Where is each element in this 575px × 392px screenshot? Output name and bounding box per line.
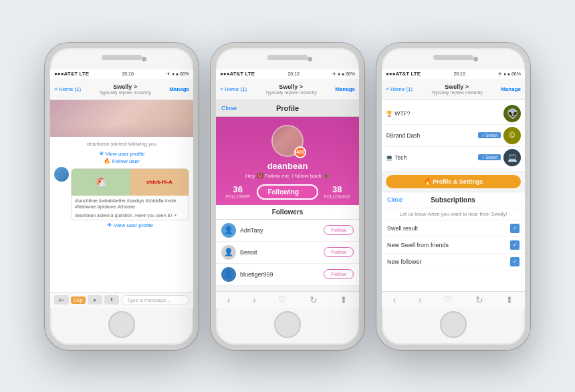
follow-count-badge: 410 (294, 146, 306, 158)
camera-dot-3 (473, 57, 478, 61)
chat-messages: deanbean started following you 👁 View us… (50, 137, 193, 292)
profile-hero: 410 deanbean Hey 👹 Follow me, I follow b… (216, 117, 359, 205)
emoji-btn[interactable]: A+ (54, 295, 69, 305)
following-count: 38 (332, 184, 342, 194)
follower-name-0: AdriTasy (240, 227, 320, 234)
profile-modal-title: Profile (276, 104, 299, 112)
profile-close-btn[interactable]: Close (221, 105, 237, 112)
nav-back-2[interactable]: < Home (1) (220, 86, 247, 92)
skip-btn[interactable]: Skip (71, 297, 86, 304)
swelly-item-right-2: Select 💻 (478, 149, 521, 166)
nav-bar-2: < Home (1) Swelly > Typically replies in… (216, 79, 359, 100)
forward-icon-3[interactable]: › (419, 295, 422, 305)
status-bar-1: ●●●AT&T LTE 20:10 ✈ ♦ ● 66% (50, 69, 193, 79)
nav-subtitle-2: Typically replies instantly (265, 90, 317, 95)
action-links: 👁 View user profile 🔥 Follow user (54, 151, 189, 164)
follower-row-1: 👤 Benoit Follow (216, 242, 359, 264)
heart-icon[interactable]: ♡ (278, 295, 287, 305)
swelly-item-0[interactable]: 🏆 WTF? 👽 (386, 103, 521, 125)
heart-btn[interactable]: ♥ (88, 295, 102, 305)
status-bar-2: ●●●AT&T LTE 20:10 ✈ ♦ ● 66% (216, 69, 359, 79)
subscription-check-0[interactable]: ✓ (510, 224, 520, 233)
swelly-section: 🏆 WTF? 👽 ©Brand Dash Select © (382, 100, 525, 172)
followers-header: Followers (216, 205, 359, 220)
nav-manage-2[interactable]: Manage (335, 86, 355, 92)
nav-manage-1[interactable]: Manage (169, 86, 189, 92)
bottom-toolbar-3: ‹ › ♡ ↻ ⬆ (382, 291, 525, 308)
status-icons-1: ✈ ♦ ● 66% (166, 71, 189, 77)
following-stat: 38 FOLLOWING (321, 184, 354, 199)
swelly-item-right-1: Select © (478, 127, 521, 144)
back-icon-3[interactable]: ‹ (393, 295, 396, 305)
follow-btn-1[interactable]: Follow (324, 247, 354, 257)
follower-name-1: Benoit (240, 249, 320, 256)
view-profile-link-1[interactable]: 👁 View user profile (99, 151, 145, 157)
swelly-item-2[interactable]: 💻 Tech Select 💻 (386, 147, 521, 168)
follower-label: FOLLOWER (225, 194, 249, 199)
ad-image: 🐔 chick-fil-A (72, 169, 189, 196)
follow-user-link[interactable]: 🔥 Follow user (104, 158, 139, 164)
subscription-item-2: New follower ✓ (382, 254, 525, 270)
nav-subtitle-3: Typically replies instantly (431, 90, 483, 95)
ad-hashtags: #lunchtime #whatsbetter #zaxbys #chickfl… (72, 196, 189, 213)
nav-back-1[interactable]: < Home (1) (54, 86, 81, 92)
swelly-emoji-0: 👽 (503, 105, 521, 122)
chickfila-logo: chick-fil-A (130, 169, 189, 196)
nav-back-3[interactable]: < Home (1) (386, 86, 413, 92)
swelly-emoji-2: 💻 (503, 149, 521, 166)
refresh-icon-3[interactable]: ↻ (475, 295, 483, 305)
subscriptions-subtitle: Let us know when you want to hear from S… (382, 208, 525, 220)
settings-main: 🏆 WTF? 👽 ©Brand Dash Select © (382, 100, 525, 308)
status-time-2: 20:10 (288, 71, 300, 76)
select-badge-1[interactable]: Select (478, 132, 501, 138)
status-carrier-1: ●●●AT&T LTE (54, 71, 89, 77)
chat-input[interactable]: Type a message... (122, 295, 189, 305)
profile-settings-btn[interactable]: 🔥 Profile & Settings (386, 175, 521, 188)
heart-icon-3[interactable]: ♡ (444, 295, 453, 305)
swelly-item-right-0: 👽 (503, 105, 521, 122)
follower-name-2: bluetiger959 (240, 271, 320, 278)
chat-screen: deanbean started following you 👁 View us… (50, 100, 193, 308)
phone-3: ●●●AT&T LTE 20:10 ✈ ♦ ● 66% < Home (1) S… (376, 43, 530, 350)
share-icon[interactable]: ⬆ (340, 295, 348, 305)
status-time-1: 20:10 (122, 71, 134, 76)
subscriptions-close-btn[interactable]: Close (387, 196, 402, 203)
phone-3-screen: ●●●AT&T LTE 20:10 ✈ ♦ ● 66% < Home (1) S… (382, 69, 525, 308)
nav-title-2: Swelly > (279, 83, 303, 90)
share-btn[interactable]: ⬆ (104, 295, 119, 305)
status-carrier-3: ●●●AT&T LTE (386, 71, 421, 77)
nav-center-3: Swelly > Typically replies instantly (431, 83, 483, 95)
camera-dot-2 (308, 57, 312, 61)
eye-icon: 👁 (99, 151, 104, 157)
forward-icon[interactable]: › (253, 295, 256, 305)
profile-bio: Hey 👹 Follow me, I follow back 🦋 (245, 173, 330, 179)
follow-btn-2[interactable]: Follow (324, 269, 354, 279)
chat-input-bar: A+ Skip ♥ ⬆ Type a message... (50, 292, 193, 308)
share-icon-3[interactable]: ⬆ (505, 295, 513, 305)
subscriptions-panel: Close Subscriptions Let us know when you… (382, 192, 525, 291)
nav-bar-3: < Home (1) Swelly > Typically replies in… (382, 79, 525, 100)
follower-row-0: 👤 AdriTasy Follow (216, 220, 359, 242)
profile-stats: 36 FOLLOWER Following 38 FOLLOWING (221, 184, 354, 200)
refresh-icon[interactable]: ↻ (310, 295, 318, 305)
subscription-check-1[interactable]: ✓ (510, 240, 520, 250)
select-badge-2[interactable]: Select (478, 154, 501, 160)
follow-btn-0[interactable]: Follow (324, 225, 354, 235)
status-time-3: 20:10 (453, 71, 465, 76)
phones-container: ●●●AT&T LTE 20:10 ✈ ♦ ● 66% < Home (1) S… (45, 43, 530, 350)
swelly-item-1[interactable]: ©Brand Dash Select © (386, 125, 521, 147)
view-profile-link-2[interactable]: 👁 View user profile (107, 222, 153, 228)
phone-2-screen: ●●●AT&T LTE 20:10 ✈ ♦ ● 66% < Home (1) S… (216, 69, 359, 308)
subscription-item-0: Swell result ✓ (382, 220, 525, 237)
subscription-check-2[interactable]: ✓ (510, 257, 520, 266)
ad-card[interactable]: 🐔 chick-fil-A #lunchtime #whatsbetter #z… (71, 168, 189, 221)
nav-center-1: Swelly > Typically replies instantly (100, 83, 151, 95)
action-links-2: 👁 View user profile (71, 222, 189, 228)
nav-title-1: Swelly > (113, 83, 137, 90)
nav-manage-3[interactable]: Manage (501, 86, 521, 92)
follower-count: 36 (233, 184, 242, 194)
subscription-label-1: New Swell from friends (387, 242, 449, 248)
back-icon[interactable]: ‹ (227, 295, 231, 305)
chat-avatar (54, 167, 69, 182)
following-button[interactable]: Following (257, 184, 318, 200)
